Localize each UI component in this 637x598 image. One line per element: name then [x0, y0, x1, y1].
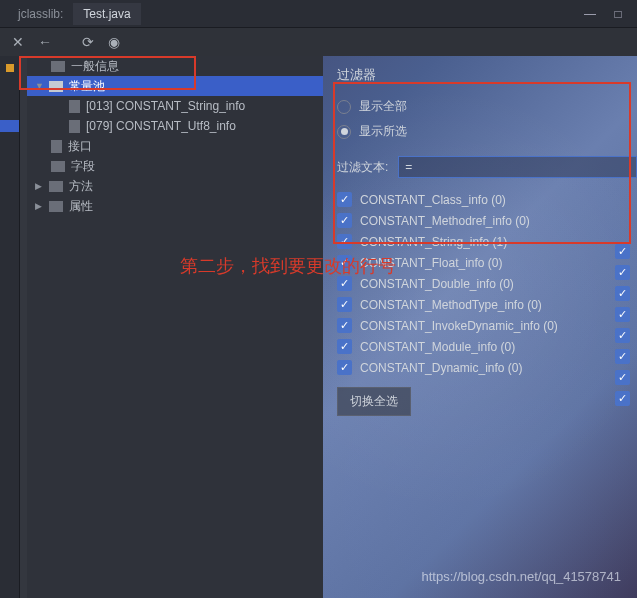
filter-text-label: 过滤文本:: [337, 159, 388, 176]
tree-item-fields[interactable]: 字段: [27, 156, 323, 176]
check-icon: ✓: [615, 370, 630, 385]
tree-panel: 一般信息 ▼ 常量池 [013] CONSTANT_String_info [0…: [27, 56, 323, 598]
check-row-0[interactable]: ✓CONSTANT_Class_info (0): [337, 192, 637, 207]
check-label: CONSTANT_Module_info (0): [360, 340, 515, 354]
check-icon: ✓: [337, 234, 352, 249]
tree-label: 字段: [71, 158, 95, 175]
tree-item-079[interactable]: [079] CONSTANT_Utf8_info: [27, 116, 323, 136]
check-row-col2-7[interactable]: ✓C: [615, 391, 637, 406]
check-icon: ✓: [615, 328, 630, 343]
folder-icon: [49, 181, 63, 192]
check-icon: ✓: [615, 307, 630, 322]
filter-panel: 过滤器 显示全部 显示所选 过滤文本: ✓CONSTANT_Class_info…: [323, 56, 637, 598]
tree-item-general[interactable]: 一般信息: [27, 56, 323, 76]
check-icon: ✓: [337, 213, 352, 228]
filter-title: 过滤器: [337, 66, 637, 84]
check-row-col2-3[interactable]: ✓C: [615, 307, 637, 322]
check-row-col2-2[interactable]: ✓C: [615, 286, 637, 301]
folder-icon: [51, 61, 65, 72]
check-row-5[interactable]: ✓CONSTANT_MethodType_info (0): [337, 297, 637, 312]
check-row-6[interactable]: ✓CONSTANT_InvokeDynamic_info (0): [337, 318, 637, 333]
tab-bar: jclasslib: Test.java — □: [0, 0, 637, 28]
check-label: CONSTANT_InvokeDynamic_info (0): [360, 319, 558, 333]
check-row-col2-5[interactable]: ✓C: [615, 349, 637, 364]
marker-icon: [6, 64, 14, 72]
check-icon: ✓: [615, 286, 630, 301]
radio-show-all[interactable]: 显示全部: [337, 98, 637, 115]
close-icon[interactable]: ✕: [12, 34, 24, 50]
tab-test-java[interactable]: Test.java: [73, 3, 140, 25]
check-icon: ✓: [337, 192, 352, 207]
folder-icon: [49, 201, 63, 212]
tree-label: 接口: [68, 138, 92, 155]
check-label: CONSTANT_String_info (1): [360, 235, 507, 249]
check-icon: ✓: [615, 391, 630, 406]
check-row-4[interactable]: ✓CONSTANT_Double_info (0): [337, 276, 637, 291]
gutter: [0, 56, 20, 598]
check-icon: ✓: [337, 360, 352, 375]
back-icon[interactable]: ←: [38, 34, 52, 50]
tree-label: 一般信息: [71, 58, 119, 75]
tree-label: 属性: [69, 198, 93, 215]
check-label: CONSTANT_Class_info (0): [360, 193, 506, 207]
check-row-col2-0[interactable]: ✓C: [615, 244, 637, 259]
file-icon: [69, 100, 80, 113]
check-row-col2-6[interactable]: ✓C: [615, 370, 637, 385]
radio-label: 显示全部: [359, 98, 407, 115]
chevron-right-icon: ▶: [35, 181, 43, 191]
check-label: CONSTANT_Float_info (0): [360, 256, 502, 270]
tree-item-interface[interactable]: 接口: [27, 136, 323, 156]
tree-item-methods[interactable]: ▶ 方法: [27, 176, 323, 196]
radio-icon: [337, 125, 351, 139]
tab-jclasslib[interactable]: jclasslib:: [8, 3, 73, 25]
chevron-right-icon: ▶: [35, 201, 43, 211]
maximize-button[interactable]: □: [607, 5, 629, 23]
tree-item-attributes[interactable]: ▶ 属性: [27, 196, 323, 216]
radio-label: 显示所选: [359, 123, 407, 140]
check-row-col2-1[interactable]: ✓C: [615, 265, 637, 280]
refresh-icon[interactable]: ⟳: [82, 34, 94, 50]
check-icon: ✓: [337, 297, 352, 312]
radio-icon: [337, 100, 351, 114]
filter-text-input[interactable]: [398, 156, 637, 178]
folder-icon: [51, 161, 65, 172]
tree-item-constant-pool[interactable]: ▼ 常量池: [27, 76, 323, 96]
check-icon: ✓: [615, 265, 630, 280]
check-icon: ✓: [337, 276, 352, 291]
file-icon: [69, 120, 80, 133]
toolbar: ✕ ← ⟳ ◉: [0, 28, 637, 56]
check-label: CONSTANT_MethodType_info (0): [360, 298, 542, 312]
check-icon: ✓: [337, 255, 352, 270]
tree-label: [013] CONSTANT_String_info: [86, 99, 245, 113]
toggle-all-button[interactable]: 切换全选: [337, 387, 411, 416]
check-row-col2-4[interactable]: ✓C: [615, 328, 637, 343]
check-row-2[interactable]: ✓CONSTANT_String_info (1): [337, 234, 637, 249]
check-row-1[interactable]: ✓CONSTANT_Methodref_info (0): [337, 213, 637, 228]
check-label: CONSTANT_Dynamic_info (0): [360, 361, 522, 375]
radio-show-selected[interactable]: 显示所选: [337, 123, 637, 140]
minimize-button[interactable]: —: [579, 5, 601, 23]
check-row-7[interactable]: ✓CONSTANT_Module_info (0): [337, 339, 637, 354]
tree-label: 方法: [69, 178, 93, 195]
tree-label: [079] CONSTANT_Utf8_info: [86, 119, 236, 133]
check-icon: ✓: [615, 244, 630, 259]
check-label: CONSTANT_Methodref_info (0): [360, 214, 530, 228]
tree-item-013[interactable]: [013] CONSTANT_String_info: [27, 96, 323, 116]
tree-label: 常量池: [69, 78, 105, 95]
chevron-down-icon: ▼: [35, 81, 43, 91]
folder-icon: [49, 81, 63, 92]
check-label: CONSTANT_Double_info (0): [360, 277, 514, 291]
check-icon: ✓: [615, 349, 630, 364]
watermark: https://blog.csdn.net/qq_41578741: [422, 569, 622, 584]
check-row-3[interactable]: ✓CONSTANT_Float_info (0): [337, 255, 637, 270]
check-row-8[interactable]: ✓CONSTANT_Dynamic_info (0): [337, 360, 637, 375]
check-icon: ✓: [337, 318, 352, 333]
check-icon: ✓: [337, 339, 352, 354]
file-icon: [51, 140, 62, 153]
globe-icon[interactable]: ◉: [108, 34, 120, 50]
